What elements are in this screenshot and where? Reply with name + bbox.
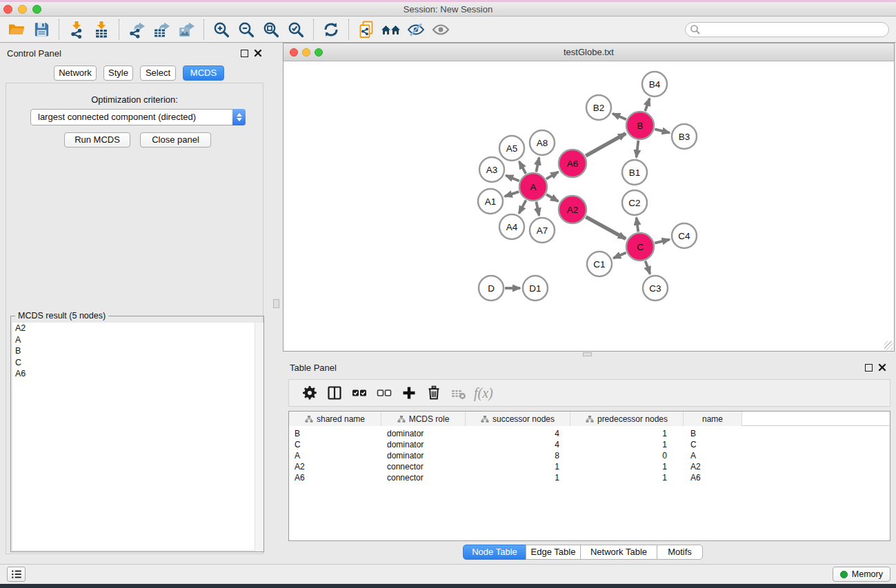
import-network-button[interactable] xyxy=(64,19,89,41)
horizontal-splitter-handle[interactable] xyxy=(583,352,592,356)
mcds-list-scrollbar[interactable] xyxy=(255,323,263,551)
graph-edge[interactable] xyxy=(645,99,649,111)
table-row[interactable]: A2connector11A2 xyxy=(289,461,890,472)
memory-button[interactable]: Memory xyxy=(833,567,890,582)
mcds-result-item[interactable]: B xyxy=(12,345,262,357)
tab-node-table[interactable]: Node Table xyxy=(463,545,526,560)
zoom-fit-button[interactable] xyxy=(259,19,283,41)
table-cell: dominator xyxy=(381,439,466,450)
graph-edge[interactable] xyxy=(613,114,626,120)
hide-details-button[interactable] xyxy=(404,19,428,41)
graph-edge[interactable] xyxy=(546,194,558,201)
zoom-fit-icon xyxy=(262,21,280,39)
float-panel-icon[interactable] xyxy=(241,50,248,57)
deselect-all-button[interactable] xyxy=(372,382,397,404)
export-network-button[interactable] xyxy=(124,19,149,41)
open-session-button[interactable] xyxy=(4,19,29,41)
column-header[interactable]: successor nodes xyxy=(466,412,570,426)
graph-edge[interactable] xyxy=(519,161,526,174)
first-neighbors-button[interactable] xyxy=(379,19,404,41)
graph-edge[interactable] xyxy=(586,217,626,239)
graph-edge[interactable] xyxy=(505,192,519,196)
tab-network[interactable]: Network xyxy=(54,65,97,81)
import-table-button[interactable] xyxy=(89,19,114,41)
graph-edge[interactable] xyxy=(536,202,539,216)
apply-layout-button[interactable] xyxy=(319,19,344,41)
close-panel-button[interactable]: Close panel xyxy=(140,132,211,148)
node-table: shared nameMCDS rolesuccessor nodesprede… xyxy=(288,411,890,541)
zoom-window-button[interactable] xyxy=(32,5,41,14)
toolbar-separator xyxy=(203,19,204,40)
graph-edge[interactable] xyxy=(655,239,669,243)
export-table-button[interactable] xyxy=(149,19,174,41)
function-builder-button[interactable]: f(x) xyxy=(471,382,496,404)
table-cell: 1 xyxy=(466,472,570,483)
graph-node-label: A6 xyxy=(567,159,579,169)
close-panel-icon[interactable] xyxy=(254,49,262,57)
tab-select[interactable]: Select xyxy=(140,65,176,81)
graph-edge[interactable] xyxy=(637,141,639,157)
tab-style[interactable]: Style xyxy=(103,65,133,81)
close-network-window-button[interactable] xyxy=(290,48,298,57)
table-cell: A xyxy=(684,450,742,461)
close-window-button[interactable] xyxy=(3,5,12,14)
save-session-button[interactable] xyxy=(29,19,54,41)
float-table-panel-icon[interactable] xyxy=(865,364,873,372)
new-network-selection-button[interactable] xyxy=(354,19,379,41)
network-canvas[interactable]: AA1A2A3A4A5A6A7A8BB1B2B3B4CC1C2C3C4DD1 xyxy=(283,61,894,351)
mcds-result-item[interactable]: A6 xyxy=(12,368,262,380)
save-floppy-icon xyxy=(33,21,50,38)
toolbar-separator xyxy=(59,19,59,40)
search-input[interactable] xyxy=(685,22,889,37)
show-columns-button[interactable] xyxy=(322,382,347,404)
graph-edge[interactable] xyxy=(519,200,526,213)
select-all-button[interactable] xyxy=(347,382,372,404)
minimize-window-button[interactable] xyxy=(18,5,27,14)
column-header[interactable]: predecessor nodes xyxy=(570,412,684,426)
zoom-out-button[interactable] xyxy=(234,19,259,41)
zoom-selected-button[interactable] xyxy=(283,19,308,41)
run-mcds-button[interactable]: Run MCDS xyxy=(64,132,130,148)
table-row[interactable]: Cdominator41C xyxy=(289,439,890,450)
delete-column-button[interactable] xyxy=(421,382,446,404)
zoom-in-button[interactable] xyxy=(209,19,234,41)
optimization-criterion-select[interactable]: largest connected component (directed) xyxy=(30,109,246,125)
graph-edge[interactable] xyxy=(646,261,650,274)
show-details-button[interactable] xyxy=(428,19,453,41)
graph-edge[interactable] xyxy=(586,134,626,156)
graph-edge[interactable] xyxy=(655,129,669,132)
minimize-network-window-button[interactable] xyxy=(302,48,310,57)
delete-table-button[interactable] xyxy=(446,382,471,404)
mcds-result-list: A2ABCA6 xyxy=(12,323,262,550)
graph-edge[interactable] xyxy=(637,218,639,232)
column-type-icon xyxy=(586,415,594,423)
vertical-splitter-handle[interactable] xyxy=(273,299,279,308)
tab-edge-table[interactable]: Edge Table xyxy=(526,545,581,560)
graph-edge[interactable] xyxy=(536,158,539,172)
table-settings-button[interactable] xyxy=(297,382,322,404)
mcds-result-item[interactable]: C xyxy=(12,357,262,369)
selected-option: largest connected component (directed) xyxy=(38,112,196,122)
column-header[interactable]: name xyxy=(684,412,742,426)
zoom-network-window-button[interactable] xyxy=(315,48,323,57)
table-row[interactable]: Bdominator41B xyxy=(289,428,890,439)
column-header-label: successor nodes xyxy=(492,414,555,424)
graph-edge[interactable] xyxy=(546,172,559,179)
graph-edge[interactable] xyxy=(613,253,626,258)
graph-edge[interactable] xyxy=(506,176,519,181)
column-header[interactable]: shared name xyxy=(289,412,381,426)
column-type-icon xyxy=(397,415,406,423)
tab-motifs[interactable]: Motifs xyxy=(657,545,703,560)
mcds-result-item[interactable]: A2 xyxy=(12,323,262,334)
tab-mcds[interactable]: MCDS xyxy=(183,65,224,81)
resize-grip-icon[interactable] xyxy=(884,341,893,350)
table-row[interactable]: Adominator80A xyxy=(289,450,890,461)
export-image-button[interactable] xyxy=(174,19,199,41)
create-column-button[interactable] xyxy=(397,382,421,404)
mcds-result-item[interactable]: A xyxy=(12,334,262,346)
column-header[interactable]: MCDS role xyxy=(381,412,466,426)
task-history-button[interactable] xyxy=(7,567,26,582)
close-table-panel-icon[interactable] xyxy=(878,363,886,372)
tab-network-table[interactable]: Network Table xyxy=(580,545,657,560)
table-row[interactable]: A6connector11A6 xyxy=(289,472,890,483)
